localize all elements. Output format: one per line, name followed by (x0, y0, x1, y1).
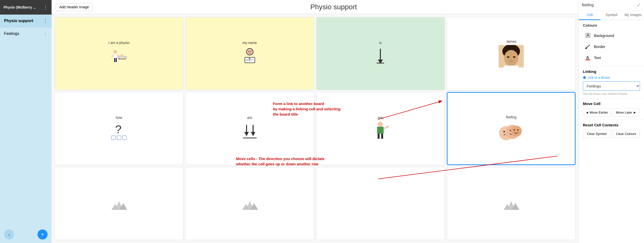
cell-you[interactable]: you (316, 92, 445, 165)
text-colour-icon: A (584, 54, 591, 61)
cell-is[interactable]: is (316, 17, 445, 90)
cell-label: is (379, 41, 382, 45)
cell-symbol (238, 121, 261, 141)
search-input[interactable] (582, 3, 637, 7)
add-board-button[interactable]: + (37, 229, 48, 239)
cell-grid: I am a physio (52, 14, 579, 243)
cell-empty-4[interactable] (447, 167, 576, 240)
svg-rect-39 (377, 127, 384, 134)
cell-i-am-a-physio[interactable]: I am a physio (55, 17, 183, 90)
move-later-button[interactable]: Move Later ► (612, 108, 640, 117)
svg-point-24 (507, 56, 509, 58)
sidebar-item-menu-icon[interactable]: ⋮ (43, 18, 48, 24)
cell-feeling[interactable]: feeling (447, 92, 576, 165)
right-panel: ✓ Cell Symbol My Images Colours Backgrou… (579, 0, 644, 243)
text-colour-label: Text (594, 56, 601, 60)
cell-symbol (108, 193, 130, 214)
reset-buttons: Clear Symbol Clear Colours (583, 130, 640, 138)
svg-rect-5 (114, 54, 117, 58)
main-content: Add Header Image Physio support I am a p… (52, 0, 579, 243)
link-board-dropdown[interactable]: Feelings (583, 81, 640, 91)
cell-are[interactable]: are (185, 92, 314, 165)
app-menu-icon[interactable]: ⋮ (43, 4, 48, 10)
cell-label: how (116, 116, 122, 120)
svg-point-4 (113, 50, 117, 54)
colours-title: Colours (583, 23, 640, 27)
collapse-sidebar-button[interactable]: ‹ (4, 229, 14, 239)
clear-symbol-button[interactable]: Clear Symbol (583, 130, 611, 138)
cell-james[interactable]: James (447, 17, 576, 90)
svg-rect-68 (585, 47, 587, 49)
svg-point-45 (503, 131, 505, 132)
cell-my-name[interactable]: my name ? (185, 17, 314, 90)
sidebar-item-menu-icon[interactable]: ⋮ (43, 31, 48, 36)
svg-point-26 (510, 59, 512, 60)
border-colour-option[interactable]: Border (583, 41, 640, 52)
colours-section: Colours Background Border (579, 20, 644, 66)
text-colour-option[interactable]: A Text (583, 52, 640, 63)
svg-point-23 (504, 50, 518, 66)
tab-symbol[interactable]: Symbol (600, 10, 622, 20)
svg-rect-7 (116, 58, 117, 62)
tab-cell[interactable]: Cell (579, 10, 600, 20)
link-hint: This list shows only unlinked Boards. (583, 92, 640, 95)
svg-rect-28 (504, 66, 519, 68)
svg-rect-31 (117, 136, 121, 140)
svg-point-52 (517, 129, 519, 130)
cell-symbol (499, 121, 524, 142)
cell-label: James (506, 39, 516, 43)
clear-colours-button[interactable]: Clear Colours (612, 130, 640, 138)
move-earlier-button[interactable]: ◄ Move Earlier (583, 108, 611, 117)
confirm-icon[interactable]: ✓ (637, 2, 641, 8)
page-title: Physio support (93, 3, 575, 11)
svg-marker-36 (251, 132, 255, 136)
svg-text:?: ? (115, 123, 122, 136)
sidebar-item-physio-support[interactable]: Physio support ⋮ (0, 15, 52, 27)
search-bar: ✓ (579, 0, 644, 10)
cell-symbol (500, 193, 522, 214)
sidebar-bottom: ‹ + (0, 226, 52, 243)
cell-symbol (369, 46, 392, 66)
cell-symbol (369, 121, 392, 141)
cell-photo (499, 45, 524, 68)
svg-line-9 (117, 55, 119, 56)
cell-label: feeling (506, 115, 516, 119)
cell-symbol: ? (238, 46, 261, 66)
reset-section: Reset Cell Contents Clear Symbol Clear C… (579, 120, 644, 141)
svg-rect-6 (114, 58, 115, 62)
panel-tabs: Cell Symbol My Images (579, 10, 644, 20)
link-to-board-row: Link to a Board (583, 76, 640, 79)
app-title: Physio (Mulberry ... (4, 5, 36, 9)
cell-empty-2[interactable] (185, 167, 314, 240)
cell-symbol (108, 46, 130, 66)
cell-empty-3[interactable] (316, 167, 445, 240)
tab-my-images[interactable]: My Images (622, 10, 644, 20)
linking-section: Linking Link to a Board Feelings This li… (579, 66, 644, 99)
cell-symbol (238, 193, 261, 214)
cell-how[interactable]: how ? (55, 92, 183, 165)
reset-title: Reset Cell Contents (583, 123, 640, 127)
sidebar: Physio (Mulberry ... ⋮ Physio support ⋮ … (0, 0, 52, 243)
svg-rect-40 (378, 134, 380, 139)
sidebar-item-feelings[interactable]: Feelings ⋮ (0, 27, 52, 40)
sidebar-header: Physio (Mulberry ... ⋮ (0, 0, 52, 15)
move-buttons: ◄ Move Earlier Move Later ► (583, 108, 640, 117)
svg-point-50 (511, 126, 522, 137)
cell-empty-1[interactable] (55, 167, 183, 240)
add-header-image-button[interactable]: Add Header Image (56, 3, 93, 11)
background-colour-icon (584, 32, 591, 39)
background-colour-label: Background (594, 33, 614, 38)
linking-title: Linking (583, 69, 640, 74)
svg-rect-32 (123, 136, 127, 140)
svg-rect-3 (119, 57, 125, 59)
link-to-board-radio[interactable] (583, 76, 586, 79)
move-cell-section: Move Cell ◄ Move Earlier Move Later ► (579, 99, 644, 120)
background-colour-option[interactable]: Background (583, 30, 640, 41)
svg-point-38 (378, 122, 383, 127)
svg-point-43 (387, 126, 389, 128)
svg-marker-34 (244, 132, 249, 136)
svg-point-25 (513, 56, 515, 58)
border-colour-icon (584, 43, 591, 50)
sidebar-item-label: Feelings (4, 31, 19, 36)
svg-rect-41 (381, 134, 383, 139)
